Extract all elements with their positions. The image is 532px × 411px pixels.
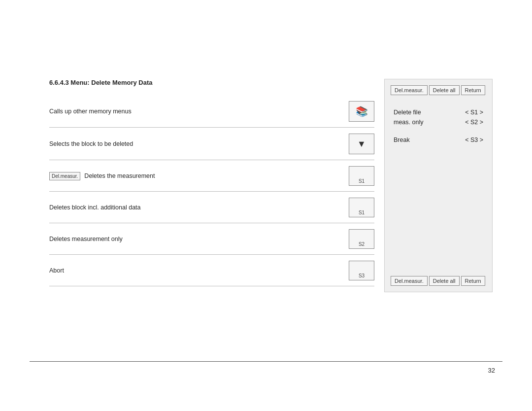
btn-delete-all-bottom[interactable]: Delete all — [429, 276, 460, 286]
row-abort-label: Abort — [49, 267, 344, 274]
bottom-rule — [30, 361, 502, 362]
right-menu-label-0: Delete file — [394, 109, 421, 116]
btn-s3-label: S3 — [359, 273, 365, 278]
row-del-measur-label: Deletes the measurement — [84, 172, 155, 179]
row-del-meas-only-label: Deletes measurement only — [49, 236, 344, 242]
btn-s1-block-label: S1 — [359, 210, 365, 215]
del-measur-badge: Del.measur. — [49, 172, 80, 180]
row-del-measur: Del.measur. Deletes the measurement S1 — [49, 166, 374, 192]
row-del-measur-label-area: Del.measur. Deletes the measurement — [49, 172, 344, 180]
right-menu-section: Delete file < S1 > meas. only < S2 > Bre… — [391, 103, 486, 271]
right-panel: Del.measur. Delete all Return Delete fil… — [384, 79, 493, 292]
btn-s1-del-label: S1 — [359, 178, 365, 184]
row-del-measur-content: Del.measur. Deletes the measurement S1 — [49, 166, 374, 186]
row-del-block-label: Deletes block incl. additional data — [49, 204, 344, 211]
right-menu-key-1: < S2 > — [465, 119, 483, 126]
row-del-meas-only: Deletes measurement only S2 — [49, 229, 374, 255]
main-content: 6.6.4.3 Menu: Delete Memory Data Calls u… — [49, 79, 493, 292]
section-title: 6.6.4.3 Menu: Delete Memory Data — [49, 79, 374, 86]
btn-s3[interactable]: S3 — [349, 261, 374, 280]
btn-arrow[interactable]: ▼ — [349, 134, 374, 154]
row-memory-menus: Calls up other memory menus 📚 — [49, 101, 374, 128]
arrow-down-icon: ▼ — [357, 139, 366, 149]
right-menu-row-0: Delete file < S1 > — [394, 109, 483, 116]
row-del-block-content: Deletes block incl. additional data S1 — [49, 198, 374, 217]
left-panel: 6.6.4.3 Menu: Delete Memory Data Calls u… — [49, 79, 374, 292]
page-number: 32 — [488, 367, 495, 374]
btn-s1-block[interactable]: S1 — [349, 198, 374, 217]
btn-delete-all-top[interactable]: Delete all — [429, 85, 460, 95]
btn-return-bottom[interactable]: Return — [461, 276, 485, 286]
row-del-block: Deletes block incl. additional data S1 — [49, 198, 374, 223]
row-abort: Abort S3 — [49, 261, 374, 286]
row-del-meas-only-content: Deletes measurement only S2 — [49, 229, 374, 249]
btn-del-measur-top[interactable]: Del.measur. — [391, 85, 428, 95]
btn-return-top[interactable]: Return — [461, 85, 485, 95]
right-menu-label-1: meas. only — [394, 119, 423, 126]
btn-s2-label: S2 — [359, 241, 365, 247]
right-bottom-btn-row: Del.measur. Delete all Return — [391, 276, 486, 286]
btn-book[interactable]: 📚 — [349, 101, 374, 122]
row-select-block: Selects the block to be deleted ▼ — [49, 134, 374, 160]
btn-del-measur-bottom[interactable]: Del.measur. — [391, 276, 428, 286]
row-select-block-label: Selects the block to be deleted — [49, 140, 344, 147]
right-menu-key-2: < S3 > — [465, 137, 483, 143]
right-menu-key-0: < S1 > — [465, 109, 483, 116]
btn-s1-del[interactable]: S1 — [349, 166, 374, 186]
right-top-btn-row: Del.measur. Delete all Return — [391, 85, 486, 95]
row-memory-menus-content: Calls up other memory menus 📚 — [49, 101, 374, 122]
right-menu-row-2: Break < S3 > — [394, 137, 483, 143]
book-icon: 📚 — [356, 105, 368, 117]
page-container: 6.6.4.3 Menu: Delete Memory Data Calls u… — [0, 0, 532, 411]
row-select-block-content: Selects the block to be deleted ▼ — [49, 134, 374, 154]
right-menu-label-2: Break — [394, 137, 410, 143]
row-abort-content: Abort S3 — [49, 261, 374, 280]
row-memory-menus-label: Calls up other memory menus — [49, 108, 344, 115]
btn-s2[interactable]: S2 — [349, 229, 374, 249]
right-menu-row-1: meas. only < S2 > — [394, 119, 483, 126]
